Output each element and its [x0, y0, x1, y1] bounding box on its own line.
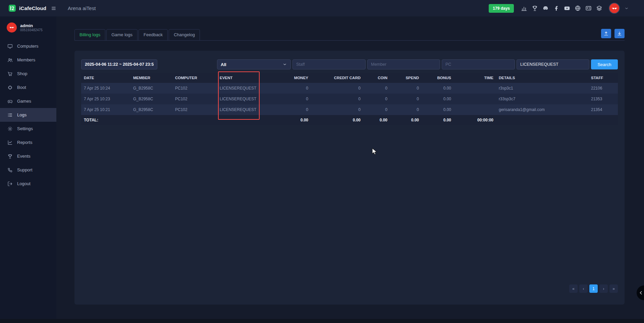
sidebar-item-boot[interactable]: Boot — [0, 80, 56, 94]
cell-staff: 21354 — [588, 104, 618, 115]
sidebar-item-computers[interactable]: Computers — [0, 39, 56, 53]
pagination-first-button[interactable]: « — [569, 284, 578, 293]
cell-computer: PC102 — [172, 94, 217, 104]
sidebar-user-id: 005193482475 — [20, 28, 43, 32]
event-select[interactable]: All — [217, 59, 291, 69]
users-icon — [7, 57, 13, 63]
col-bonus: BONUS — [422, 73, 454, 83]
days-badge[interactable]: 179 days — [489, 4, 514, 13]
sidebar-user: admin 005193482475 — [0, 16, 56, 37]
layers-icon[interactable] — [596, 5, 602, 11]
pagination-prev-button[interactable]: ‹ — [579, 284, 588, 293]
cell-bonus: 0.00 — [422, 83, 454, 94]
export-button[interactable] — [601, 29, 611, 38]
sidebar-item-label: Reports — [17, 140, 33, 145]
avatar[interactable] — [609, 3, 620, 14]
cell-credit-card: 0 — [311, 104, 363, 115]
logo-text[interactable]: iCafeCloud — [19, 5, 46, 11]
cell-staff: 22106 — [588, 83, 618, 94]
total-bonus: 0.00 — [422, 115, 454, 125]
pagination: « ‹ 1 › » — [569, 284, 618, 293]
globe-icon[interactable] — [575, 5, 581, 11]
topbar: iCafeCloud Arena aiTest 179 days — [0, 0, 644, 16]
glasses-icon — [611, 5, 618, 12]
monitor-icon — [7, 44, 13, 49]
cell-spend: 0 — [390, 94, 422, 104]
page-title: Arena aiTest — [68, 5, 96, 11]
chip-icon — [7, 85, 13, 90]
list-icon — [7, 112, 13, 118]
sidebar-item-label: Members — [17, 57, 35, 62]
trophy-icon — [7, 154, 13, 159]
cell-spend: 0 — [390, 83, 422, 94]
col-computer: COMPUTER — [172, 73, 217, 83]
search-input[interactable] — [517, 59, 589, 69]
cell-coin: 0 — [363, 94, 390, 104]
download-button[interactable] — [614, 29, 625, 38]
tab-feedback[interactable]: Feedback — [139, 29, 168, 41]
sidebar-item-members[interactable]: Members — [0, 53, 56, 67]
cell-date: 7 Apr 25 10:23 — [81, 94, 130, 104]
tab-billing-logs[interactable]: Billing logs — [74, 29, 105, 41]
filter-bar: All Search — [81, 59, 618, 69]
tab-game-logs[interactable]: Game logs — [106, 29, 138, 41]
table-row: 7 Apr 25 10:24 G_B2958C PC102 LICENSEREQ… — [81, 83, 618, 94]
stats-icon[interactable] — [521, 5, 527, 11]
sidebar-item-games[interactable]: Games — [0, 94, 56, 108]
sidebar-item-settings[interactable]: Settings — [0, 122, 56, 136]
facebook-icon[interactable] — [553, 5, 559, 11]
pagination-page-1-button[interactable]: 1 — [589, 284, 598, 293]
total-details — [496, 115, 588, 125]
table-header-row: DATE MEMBER COMPUTER EVENT MONEY CREDIT … — [81, 73, 618, 83]
cell-member: G_B2958C — [130, 104, 172, 115]
pagination-last-button[interactable]: » — [609, 284, 618, 293]
col-money: MONEY — [267, 73, 311, 83]
sidebar-item-label: Events — [17, 154, 31, 159]
cell-computer: PC102 — [172, 83, 217, 94]
col-credit-card: CREDIT CARD — [311, 73, 363, 83]
sidebar-item-events[interactable]: Events — [0, 149, 56, 163]
chart-icon — [7, 140, 13, 145]
cell-bonus: 0.00 — [422, 94, 454, 104]
col-member: MEMBER — [130, 73, 172, 83]
date-range-input[interactable] — [81, 59, 157, 69]
cell-computer: PC102 — [172, 104, 217, 115]
discord-icon[interactable] — [542, 5, 549, 11]
youtube-icon[interactable] — [564, 5, 570, 11]
sidebar-item-reports[interactable]: Reports — [0, 136, 56, 149]
total-money: 0.00 — [267, 115, 311, 125]
logo-icon — [8, 4, 16, 12]
cell-staff: 21353 — [588, 94, 618, 104]
col-event: EVENT — [217, 73, 267, 83]
sidebar-item-label: Settings — [17, 126, 33, 131]
sidebar-item-support[interactable]: Support — [0, 163, 56, 177]
staff-input[interactable] — [292, 59, 366, 69]
cell-date: 7 Apr 25 10:21 — [81, 104, 130, 115]
sidebar-item-label: Boot — [17, 85, 26, 90]
id-card-icon[interactable] — [585, 5, 592, 11]
search-button[interactable]: Search — [591, 59, 618, 69]
cell-details: gerisaranda1@gmail.com — [496, 104, 588, 115]
sidebar: admin 005193482475 Computers Members Sho… — [0, 16, 56, 323]
chevron-down-icon[interactable] — [624, 6, 629, 11]
sidebar-item-shop[interactable]: Shop — [0, 67, 56, 80]
pc-input[interactable] — [442, 59, 515, 69]
trophy-icon[interactable] — [532, 5, 538, 11]
chevron-left-icon — [638, 290, 644, 296]
pagination-next-button[interactable]: › — [599, 284, 608, 293]
tab-changelog[interactable]: Changelog — [169, 29, 200, 41]
menu-icon[interactable] — [51, 5, 56, 12]
col-details: DETAILS — [496, 73, 588, 83]
col-spend: SPEND — [390, 73, 422, 83]
tab-label: Game logs — [111, 32, 132, 37]
billing-logs-panel: All Search DATE MEMBER COMPUTER EVENT — [74, 51, 625, 305]
cell-member: G_B2958C — [130, 83, 172, 94]
sidebar-item-logs[interactable]: Logs — [0, 108, 56, 122]
table-row: 7 Apr 25 10:21 G_B2958C PC102 LICENSEREQ… — [81, 104, 618, 115]
sidebar-item-logout[interactable]: Logout — [0, 177, 56, 191]
member-input[interactable] — [367, 59, 440, 69]
chevron-down-icon — [282, 62, 287, 67]
bottom-strip — [0, 319, 644, 323]
glasses-icon — [9, 24, 15, 31]
sidebar-item-label: Logs — [17, 112, 26, 117]
